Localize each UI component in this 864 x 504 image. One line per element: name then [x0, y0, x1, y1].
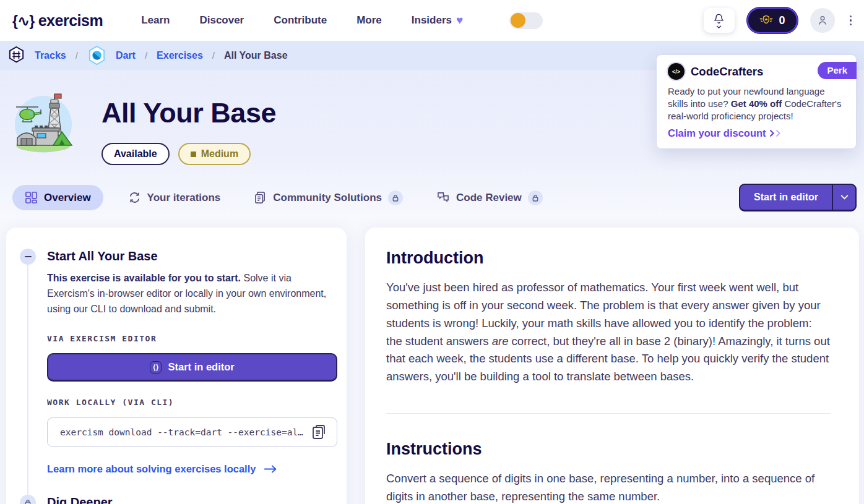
tab-community-solutions[interactable]: Community Solutions [245, 184, 412, 211]
instructions-heading: Instructions [386, 440, 831, 459]
main-nav: Learn Discover Contribute More Insiders … [141, 14, 463, 27]
community-solutions-docs-icon [254, 191, 267, 204]
chevron-right-icon [775, 129, 781, 137]
breadcrumb-separator: / [76, 50, 78, 61]
copy-command-button[interactable] [309, 422, 328, 442]
step-start-exercise: Start All Your Base This exercise is ava… [20, 249, 329, 475]
dart-track-icon [87, 45, 106, 66]
content-area: Start All Your Base This exercise is ava… [0, 220, 864, 504]
tab-code-review[interactable]: Code Review [428, 184, 551, 211]
learn-more-local-link[interactable]: Learn more about solving exercises local… [47, 463, 337, 475]
nav-right-cluster: 0 [509, 7, 855, 33]
nav-item-more[interactable]: More [356, 14, 382, 27]
person-icon [816, 14, 829, 27]
breadcrumb-dart-link[interactable]: Dart [116, 50, 136, 61]
clipboard-copy-icon [311, 424, 327, 441]
overview-grid-icon [25, 191, 38, 204]
arrow-right-icon [263, 464, 277, 474]
breadcrumb-separator: / [212, 50, 215, 61]
step-title: Dig Deeper [47, 495, 329, 504]
step-description: This exercise is available for you to st… [47, 270, 337, 317]
nav-item-learn[interactable]: Learn [141, 14, 170, 27]
start-in-editor-card-button[interactable]: ⟨⟩ Start in editor [47, 353, 337, 382]
instructions-paragraph: Convert a sequence of digits in one base… [386, 470, 831, 504]
page-title: All Your Base [102, 97, 276, 129]
difficulty-badge: Medium [178, 143, 251, 165]
locked-badge [528, 190, 543, 205]
current-step-marker [20, 249, 36, 265]
tab-your-iterations[interactable]: Your iterations [119, 185, 230, 210]
nav-item-discover[interactable]: Discover [199, 14, 244, 27]
exercism-logo-text: exercism [38, 12, 103, 30]
exercise-tabs: Overview Your iterations Community Solut… [12, 184, 857, 211]
dash-icon [25, 256, 32, 258]
start-in-editor-split-button[interactable]: Start in editor [739, 184, 857, 211]
introduction-heading: Introduction [386, 249, 831, 268]
start-in-editor-button[interactable]: Start in editor [740, 185, 832, 210]
chevron-right-icon [769, 129, 775, 137]
exercism-logo[interactable]: {∿} exercism [12, 12, 103, 30]
locked-badge [388, 190, 403, 205]
tracks-hexagon-icon [7, 46, 25, 65]
perk-brand-name: CodeCrafters [691, 65, 763, 79]
breadcrumb-exercises-link[interactable]: Exercises [157, 50, 203, 61]
exercise-steps-panel: Start All Your Base This exercise is ava… [6, 228, 347, 504]
editor-code-icon: ⟨⟩ [150, 361, 162, 374]
status-badge: Available [102, 143, 170, 165]
step-dig-deeper[interactable]: Dig Deeper [20, 495, 329, 504]
start-options-dropdown[interactable] [832, 185, 855, 210]
codecrafters-perk-card: </> CodeCrafters Perk Ready to put your … [656, 54, 857, 149]
introduction-paragraph: You've just been hired as professor of m… [386, 279, 831, 386]
notifications-button[interactable] [704, 8, 735, 33]
section-divider [386, 413, 831, 414]
user-avatar[interactable] [810, 8, 835, 33]
difficulty-square-icon [191, 152, 196, 157]
nav-item-contribute[interactable]: Contribute [274, 14, 327, 27]
lock-icon [532, 194, 538, 202]
exercise-description-panel: Introduction You've just been hired as p… [365, 228, 859, 504]
perk-badge: Perk [818, 62, 857, 79]
breadcrumb-tracks-link[interactable]: Tracks [35, 50, 66, 61]
lock-icon [25, 499, 31, 504]
tab-overview[interactable]: Overview [12, 185, 103, 210]
purple-heart-icon: ♥ [456, 14, 463, 27]
code-review-bubbles-icon [436, 191, 450, 204]
top-navigation: {∿} exercism Learn Discover Contribute M… [0, 0, 864, 41]
step-title: Start All Your Base [47, 249, 337, 263]
cli-command-box: exercism download --track=dart --exercis… [47, 417, 337, 447]
overflow-menu-button[interactable] [847, 13, 855, 28]
cli-command-text: exercism download --track=dart --exercis… [60, 427, 303, 437]
exercise-illustration-military-base [12, 92, 74, 154]
work-locally-label: WORK LOCALLY (VIA CLI) [47, 398, 337, 407]
breadcrumb-separator: / [145, 50, 147, 61]
claim-discount-link[interactable]: Claim your discount [668, 127, 845, 139]
reputation-pill[interactable]: 0 [747, 7, 798, 33]
bell-icon [713, 13, 725, 25]
locked-step-marker [20, 495, 36, 504]
nav-item-insiders[interactable]: Insiders ♥ [412, 14, 463, 27]
bell-chevron-down-icon [716, 25, 722, 28]
codecrafters-logo-icon: </> [668, 63, 685, 80]
perk-description: Ready to put your newfound language skil… [668, 85, 845, 122]
exercism-logo-icon: {∿} [12, 13, 35, 30]
via-editor-label: VIA EXERCISM EDITOR [47, 334, 337, 343]
theme-toggle[interactable] [509, 12, 543, 29]
toggle-knob [511, 13, 525, 28]
chevron-down-icon [840, 195, 849, 200]
reputation-badge-icon [759, 14, 774, 27]
breadcrumb-current-page: All Your Base [224, 50, 288, 61]
lock-icon [392, 194, 399, 202]
iterations-cycle-icon [128, 191, 141, 204]
reputation-count: 0 [779, 14, 785, 27]
